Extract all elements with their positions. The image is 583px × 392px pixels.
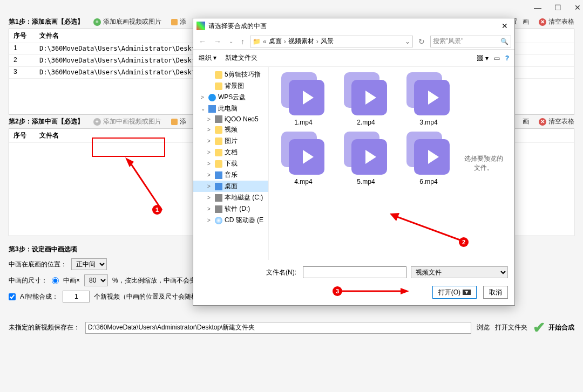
app-icon: [196, 22, 205, 30]
file-dialog: 请选择要合成的中画 ✕ ← → ⌄ ↑ 📁 « 桌面› 视频素材› 风景 ⌄ ↻…: [193, 18, 515, 306]
size-label: 中画的尺寸：: [9, 276, 48, 285]
ai-checkbox[interactable]: [9, 293, 16, 300]
open-button[interactable]: 打开(O)▼: [432, 286, 477, 299]
step2-add2-button[interactable]: 添: [171, 117, 186, 126]
cancel-button[interactable]: 取消: [483, 286, 508, 299]
dialog-close-button[interactable]: ✕: [498, 22, 511, 30]
folder-icon: [171, 119, 178, 125]
save-row: 未指定的新视频保存在： 浏览 打开文件夹 ✔ 开始合成: [9, 319, 574, 336]
video-thumb-icon: [406, 132, 451, 176]
tree-item[interactable]: >本地磁盘 (C:): [193, 192, 268, 203]
ic-disk-icon: [215, 115, 222, 123]
step1-add-button[interactable]: + 添加底画视频或图片: [93, 17, 161, 26]
step2-trail: 画: [523, 117, 529, 126]
ic-folder-icon: [215, 126, 222, 134]
help-icon[interactable]: ?: [505, 54, 509, 62]
x-icon: ✕: [539, 18, 546, 26]
step2-add-button[interactable]: + 添加中画视频或图片: [93, 117, 161, 126]
video-thumb-icon: [406, 72, 451, 116]
nav-history-icon[interactable]: ⌄: [227, 38, 235, 44]
filter-select[interactable]: 视频文件: [411, 266, 508, 278]
col-idx-header: 序号: [13, 131, 39, 140]
file-item[interactable]: 1.mp4: [274, 72, 333, 126]
plus-icon: +: [93, 18, 101, 26]
tree-item[interactable]: >桌面: [193, 181, 268, 192]
file-item[interactable]: 6.mp4: [399, 132, 458, 185]
tree-item[interactable]: ⌄此电脑: [193, 103, 268, 114]
search-input[interactable]: 搜索"风景" 🔍: [430, 36, 511, 47]
ic-folder-icon: [215, 82, 222, 90]
tree-item[interactable]: >iQOO Neo5: [193, 114, 268, 124]
step1-clear-button[interactable]: ✕ 清空表格: [539, 17, 574, 26]
refresh-icon[interactable]: ↻: [416, 37, 427, 46]
ai-count-input[interactable]: [63, 291, 90, 302]
new-folder-button[interactable]: 新建文件夹: [225, 53, 257, 63]
breadcrumb[interactable]: 📁 « 桌面› 视频素材› 风景 ⌄: [250, 36, 413, 47]
step2-clear-button[interactable]: ✕ 清空表格: [539, 117, 574, 126]
nav-back-icon[interactable]: ←: [196, 37, 208, 46]
ic-disk-icon: [215, 194, 222, 202]
file-item[interactable]: 3.mp4: [399, 72, 458, 126]
pos-label: 中画在底画的位置：: [9, 260, 67, 269]
video-thumb-icon: [344, 132, 388, 176]
preview-icon[interactable]: ▭: [494, 54, 500, 62]
video-thumb-icon: [281, 132, 326, 176]
tree-item[interactable]: >音乐: [193, 169, 268, 181]
dialog-toolbar: 组织 ▾ 新建文件夹 🖼 ▾ ▭ ?: [193, 50, 514, 67]
tree-item[interactable]: 背景图: [193, 80, 268, 92]
minimize-button[interactable]: —: [534, 3, 541, 12]
ic-desktop-icon: [215, 183, 222, 190]
tree-item[interactable]: >图片: [193, 135, 268, 147]
dialog-title: 请选择要合成的中画: [208, 22, 498, 31]
video-thumb-icon: [281, 72, 326, 116]
search-icon: 🔍: [500, 38, 509, 45]
tree-item[interactable]: >CD 驱动器 (E: [193, 215, 268, 226]
save-label: 未指定的新视频保存在：: [9, 323, 80, 332]
file-item[interactable]: 2.mp4: [337, 72, 395, 126]
tree-item[interactable]: >下载: [193, 158, 268, 169]
save-path-input[interactable]: [85, 322, 471, 334]
organize-button[interactable]: 组织 ▾: [199, 53, 216, 63]
filename-input[interactable]: [303, 266, 406, 278]
ic-disk-icon: [215, 205, 222, 213]
ic-folder-icon: [215, 160, 222, 168]
step1-label: 第1步：添加底画【必选】: [9, 17, 84, 26]
maximize-button[interactable]: ☐: [554, 3, 561, 12]
size-pct1-select[interactable]: 80: [84, 274, 108, 286]
nav-up-icon[interactable]: ↑: [239, 37, 247, 46]
dialog-footer: 文件名(N): 视频文件 打开(O)▼ 取消: [193, 260, 514, 305]
col-idx-header: 序号: [13, 31, 39, 40]
file-area: 1.mp42.mp43.mp44.mp45.mp46.mp4 选择要预览的文件。: [269, 67, 514, 260]
pos-select[interactable]: 正中间: [71, 258, 107, 270]
step2-label: 第2步：添加中画【必选】: [9, 117, 84, 126]
step1-trail: 画: [523, 17, 529, 26]
ic-cloud-icon: [208, 94, 216, 101]
tree-item[interactable]: >视频: [193, 124, 268, 135]
annotation-marker-1: 1: [152, 205, 162, 215]
size-mode1-radio[interactable]: [52, 277, 59, 284]
file-item[interactable]: 4.mp4: [274, 132, 333, 185]
open-folder-button[interactable]: 打开文件夹: [495, 323, 527, 332]
folder-tree[interactable]: 5剪辑技巧指背景图>WPS云盘⌄此电脑>iQOO Neo5>视频>图片>文档>下…: [193, 67, 269, 260]
close-button[interactable]: ✕: [574, 3, 581, 12]
start-button[interactable]: ✔ 开始合成: [533, 319, 574, 336]
files-grid[interactable]: 1.mp42.mp43.mp44.mp45.mp46.mp4: [274, 72, 458, 255]
ic-folder-icon: [215, 137, 222, 145]
ic-folder-icon: [215, 149, 222, 156]
browse-button[interactable]: 浏览: [477, 323, 490, 332]
step1-add2-button[interactable]: 添: [171, 17, 186, 26]
tree-item[interactable]: >软件 (D:): [193, 203, 268, 215]
filename-label: 文件名(N):: [266, 268, 296, 277]
ic-folder-icon: [215, 71, 222, 79]
tree-item[interactable]: >WPS云盘: [193, 92, 268, 103]
dialog-nav: ← → ⌄ ↑ 📁 « 桌面› 视频素材› 风景 ⌄ ↻ 搜索"风景" 🔍: [193, 33, 514, 50]
nav-fwd-icon[interactable]: →: [212, 37, 223, 46]
view-icon[interactable]: 🖼 ▾: [477, 54, 488, 62]
tree-item[interactable]: 5剪辑技巧指: [193, 69, 268, 80]
tree-item[interactable]: >文档: [193, 147, 268, 158]
ic-cd-icon: [215, 217, 222, 224]
ic-pc-icon: [208, 105, 216, 113]
folder-icon: [171, 19, 178, 25]
video-thumb-icon: [344, 72, 388, 116]
file-item[interactable]: 5.mp4: [337, 132, 395, 185]
